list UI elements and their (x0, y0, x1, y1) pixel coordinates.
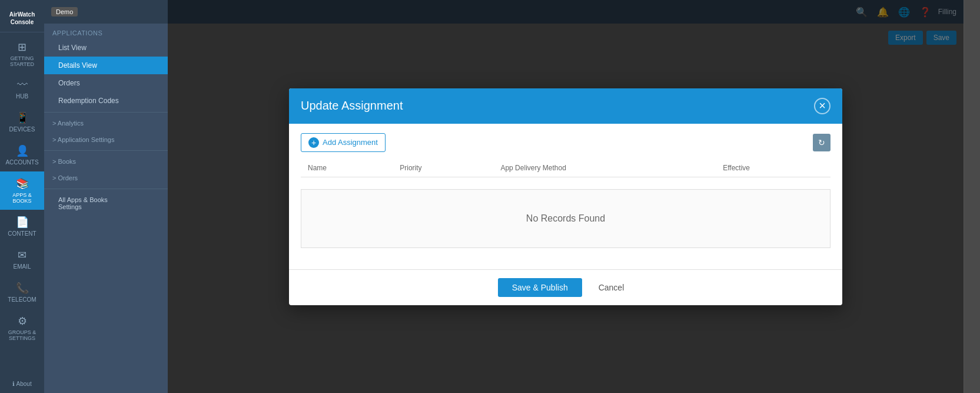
update-assignment-modal: Update Assignment × + Add Assignment ↻ (289, 88, 842, 305)
sidebar-menu-books[interactable]: > Books (44, 153, 168, 170)
getting-started-icon: ⊞ (18, 41, 26, 54)
sidebar-menu-redemption-codes[interactable]: Redemption Codes (44, 92, 168, 110)
col-app-delivery: App Delivery Method (493, 159, 716, 177)
sidebar-menu-orders[interactable]: Orders (44, 74, 168, 92)
divider-2 (44, 150, 168, 151)
divider (44, 112, 168, 113)
sidebar-menu-orders2[interactable]: > Orders (44, 170, 168, 186)
telecom-icon: 📞 (16, 282, 29, 295)
demo-badge: Demo (51, 7, 78, 16)
groups-settings-icon: ⚙ (18, 315, 27, 328)
sidebar-item-email[interactable]: ✉ EMAIL (0, 243, 44, 276)
modal-title: Update Assignment (301, 99, 403, 113)
modal-close-button[interactable]: × (814, 98, 830, 114)
devices-icon: 📱 (16, 111, 29, 124)
sidebar-item-label: CONTENT (8, 230, 36, 237)
modal-footer: Save & Publish Cancel (289, 269, 842, 305)
table-header-row: Name Priority App Delivery Method Effect… (301, 159, 830, 177)
modal-body: + Add Assignment ↻ Name Priority App Del… (289, 124, 842, 269)
refresh-icon: ↻ (818, 138, 825, 147)
sidebar-item-label: ACCOUNTS (5, 159, 38, 166)
sidebar-menu-all-apps-books[interactable]: All Apps & BooksSettings (44, 191, 168, 215)
about-label: ℹ About (12, 381, 31, 387)
sidebar-item-groups-settings[interactable]: ⚙ GROUPS & SETTINGS (0, 309, 44, 347)
sidebar-item-telecom[interactable]: 📞 TELECOM (0, 276, 44, 309)
sidebar-menu-application-settings[interactable]: > Application Settings (44, 131, 168, 148)
sidebar-item-label: GETTING STARTED (10, 55, 34, 67)
empty-state-row: No Records Found (301, 177, 830, 260)
content-icon: 📄 (16, 216, 29, 229)
section-header-applications: Applications (44, 24, 168, 39)
refresh-button[interactable]: ↻ (813, 134, 830, 151)
sidebar-item-label: HUB (16, 93, 28, 100)
sidebar-item-devices[interactable]: 📱 DEVICES (0, 105, 44, 138)
modal-overlay: Update Assignment × + Add Assignment ↻ (168, 0, 964, 393)
col-priority: Priority (393, 159, 493, 177)
main-area: 🔍 🔔 🌐 ❓ Filling Export Save Update Assig… (168, 0, 964, 393)
sidebar-item-label: TELECOM (8, 296, 36, 303)
plus-icon: + (308, 137, 319, 148)
sidebar-item-label: DEVICES (9, 126, 35, 133)
sidebar-item-apps-books[interactable]: 📚 APPS & BOOKS (0, 171, 44, 210)
sidebar-item-label: GROUPS & SETTINGS (8, 329, 36, 341)
assignments-table: Name Priority App Delivery Method Effect… (301, 159, 830, 260)
col-effective: Effective (716, 159, 830, 177)
icon-sidebar: AirWatch Console ⊞ GETTING STARTED 〰 HUB… (0, 0, 44, 393)
sidebar-item-about[interactable]: ℹ About (0, 375, 44, 393)
accounts-icon: 👤 (16, 144, 29, 157)
no-records-cell: No Records Found (301, 177, 830, 260)
sidebar-menu-details-view[interactable]: Details View (44, 57, 168, 74)
cancel-button[interactable]: Cancel (589, 278, 634, 297)
add-assignment-label: Add Assignment (323, 138, 378, 147)
hub-icon: 〰 (17, 79, 28, 91)
sidebar-menu-list-view[interactable]: List View (44, 39, 168, 57)
save-publish-button[interactable]: Save & Publish (498, 278, 582, 297)
sidebar-item-getting-started[interactable]: ⊞ GETTING STARTED (0, 35, 44, 73)
col-name: Name (301, 159, 393, 177)
no-records-message: No Records Found (301, 189, 830, 248)
app-logo: AirWatch Console (0, 5, 44, 32)
right-panel (964, 0, 980, 393)
apps-books-icon: 📚 (16, 177, 29, 190)
add-assignment-button[interactable]: + Add Assignment (301, 133, 386, 152)
secondary-sidebar: Demo Applications List View Details View… (44, 0, 168, 393)
sidebar-item-accounts[interactable]: 👤 ACCOUNTS (0, 138, 44, 171)
divider-3 (44, 189, 168, 189)
sidebar-item-label: APPS & BOOKS (12, 192, 32, 204)
sidebar-item-hub[interactable]: 〰 HUB (0, 73, 44, 105)
email-icon: ✉ (18, 249, 26, 262)
modal-toolbar: + Add Assignment ↻ (301, 133, 830, 152)
modal-header: Update Assignment × (289, 88, 842, 124)
sidebar-item-label: EMAIL (13, 263, 31, 270)
sidebar-item-content[interactable]: 📄 CONTENT (0, 210, 44, 243)
sidebar-menu-analytics[interactable]: > Analytics (44, 115, 168, 131)
